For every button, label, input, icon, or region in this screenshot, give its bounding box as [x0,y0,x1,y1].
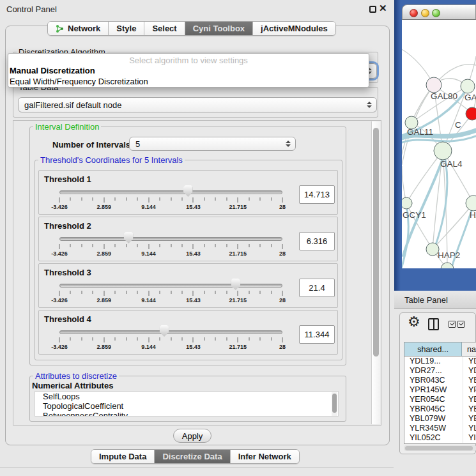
threshold-slider[interactable]: -3.4262.8599.14415.4321.71528 [59,217,282,262]
node-label: GA [464,93,476,102]
tab-cyni-toolbox[interactable]: Cyni Toolbox [185,22,253,35]
slider-track[interactable] [59,330,282,334]
tick-label: 21.715 [229,204,247,210]
list-item[interactable]: BetweennessCentrality [35,411,338,417]
slider-tick [104,291,104,296]
panel-title: Control Panel [6,4,57,14]
slider-tick [271,337,272,341]
slider-tick [81,337,82,341]
table-data-combobox[interactable]: galFiltered.sif default node [18,97,377,112]
float-window-icon[interactable] [369,6,376,13]
slider-thumb[interactable] [231,279,240,290]
list-item[interactable]: TopologicalCoefficient [35,401,338,411]
list-scrollbar[interactable] [332,392,337,417]
slider-tick [137,244,138,247]
slider-tick [181,244,182,247]
split-columns-icon[interactable] [428,318,439,330]
vertical-scrollbar[interactable] [371,121,380,424]
slider-tick [226,197,227,201]
tab-style[interactable]: Style [109,22,144,35]
horizontal-scrollbar[interactable] [404,445,476,451]
node-label: GAL4 [440,159,463,169]
slider-thumb[interactable] [183,185,193,197]
table-row[interactable]: YDR27...YDR2 [404,366,476,376]
table-row[interactable]: YBR045CYBR0 [404,404,476,414]
slider-tick [226,291,227,294]
slider-tick [59,244,60,249]
scrollbar-thumb[interactable] [405,446,473,450]
network-node[interactable] [466,107,476,120]
zoom-traffic-light[interactable] [432,9,440,17]
tab-infer-network[interactable]: Infer Network [231,450,299,463]
slider-tick [137,291,138,294]
slider-tick [238,197,238,203]
scrollbar-thumb[interactable] [332,394,337,413]
table-row[interactable]: YBL079WYBL0 [404,414,476,424]
table-row[interactable]: YIL052CYIL0 [404,433,476,443]
table-row[interactable]: YDL19...YDL1 [404,357,476,366]
network-canvas[interactable]: GAL80GACGAL11GAL4GCY1HAHAP2 [394,0,476,291]
network-node[interactable] [426,243,439,256]
tab-impute-data[interactable]: Impute Data [91,450,155,463]
slider-tick [204,337,204,341]
slider-tick [193,197,194,203]
slider-tick [93,337,93,341]
table-row[interactable]: YLR345WYLR3 [404,424,476,433]
slider-thumb[interactable] [124,232,134,243]
tab-select[interactable]: Select [144,22,185,35]
scrollbar-thumb[interactable] [373,128,379,357]
table-row[interactable]: YPR145WYPR1 [404,385,476,395]
node-label: HAP2 [438,250,460,260]
tick-label: 15.43 [186,250,201,257]
minimize-traffic-light[interactable] [421,9,429,17]
number-of-intervals-combobox[interactable]: 5 [129,137,296,151]
tab-discretize-data[interactable]: Discretize Data [155,450,230,463]
gear-icon[interactable]: ⚙ [408,315,420,329]
tab-network[interactable]: Network [48,22,109,35]
cell: YBR0 [463,376,476,385]
close-traffic-light[interactable] [410,9,418,17]
tab-jactivemnodules[interactable]: jActiveMNodules [253,22,335,35]
threshold-value-field[interactable] [299,325,335,344]
table-row[interactable]: YER054CYER0 [404,395,476,404]
threshold-slider[interactable]: -3.4262.8599.14415.4321.71528 [59,171,282,215]
slider-tick [204,244,204,247]
checkbox-icon[interactable] [457,321,464,328]
network-node[interactable] [461,79,475,93]
network-node[interactable] [426,77,441,93]
cell: YDR2 [463,366,476,376]
slider-thumb[interactable] [160,325,169,337]
cell: YPR1 [463,385,476,395]
slider-tick [271,197,272,201]
tab-label: Select [152,24,176,33]
network-node[interactable] [401,197,412,209]
dropdown-item-manual-discretization[interactable]: Manual Discretization [8,65,369,76]
threshold-slider[interactable]: -3.4262.8599.14415.4321.71528 [59,264,282,309]
close-icon[interactable]: ✕ [379,3,387,14]
threshold-slider[interactable]: -3.4262.8599.14415.4321.71528 [59,311,282,355]
threshold-value-field[interactable] [299,185,335,204]
slider-track[interactable] [59,237,282,241]
column-header-name[interactable]: na [462,342,476,356]
slider-track[interactable] [59,190,282,194]
threshold-value-field[interactable] [299,232,335,250]
table-panel-header: Table Panel [394,291,476,309]
slider-tick [70,337,71,341]
network-node[interactable] [441,263,454,275]
slider-tick [282,244,283,249]
cell: YBL0 [463,414,476,424]
list-item[interactable]: SelfLoops [35,392,338,401]
table-row[interactable]: YBR043CYBR0 [404,376,476,385]
network-node[interactable] [434,142,452,160]
slider-track[interactable] [59,284,282,288]
slider-tick [215,197,216,201]
threshold-value-field[interactable] [299,279,335,297]
tick-label: 2.859 [97,344,112,350]
tick-label: 15.43 [186,297,201,303]
table-panel-title: Table Panel [404,295,448,305]
apply-button[interactable]: Apply [173,429,211,443]
checkbox-icon[interactable] [449,321,456,328]
dropdown-item-equal-width-frequency[interactable]: Equal Width/Frequency Discretization [8,76,369,87]
slider-tick [193,244,194,249]
column-header-shared-name[interactable]: shared... [404,342,462,356]
